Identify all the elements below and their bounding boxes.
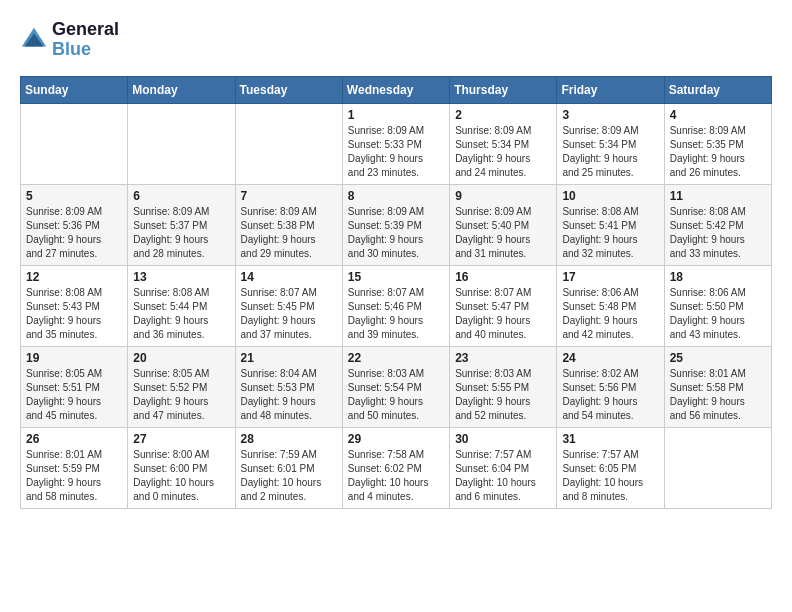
header-saturday: Saturday xyxy=(664,76,771,103)
day-info: Sunrise: 8:07 AM Sunset: 5:46 PM Dayligh… xyxy=(348,286,444,342)
logo-text: General Blue xyxy=(52,20,119,60)
day-info: Sunrise: 8:08 AM Sunset: 5:42 PM Dayligh… xyxy=(670,205,766,261)
day-info: Sunrise: 8:05 AM Sunset: 5:51 PM Dayligh… xyxy=(26,367,122,423)
day-number: 1 xyxy=(348,108,444,122)
day-info: Sunrise: 8:09 AM Sunset: 5:33 PM Dayligh… xyxy=(348,124,444,180)
day-number: 20 xyxy=(133,351,229,365)
day-info: Sunrise: 7:57 AM Sunset: 6:05 PM Dayligh… xyxy=(562,448,658,504)
calendar-header-row: Sunday Monday Tuesday Wednesday Thursday… xyxy=(21,76,772,103)
header-friday: Friday xyxy=(557,76,664,103)
day-info: Sunrise: 7:57 AM Sunset: 6:04 PM Dayligh… xyxy=(455,448,551,504)
calendar-cell: 25Sunrise: 8:01 AM Sunset: 5:58 PM Dayli… xyxy=(664,346,771,427)
calendar-cell: 22Sunrise: 8:03 AM Sunset: 5:54 PM Dayli… xyxy=(342,346,449,427)
calendar-cell xyxy=(21,103,128,184)
day-number: 12 xyxy=(26,270,122,284)
logo-icon xyxy=(20,26,48,54)
calendar-cell: 10Sunrise: 8:08 AM Sunset: 5:41 PM Dayli… xyxy=(557,184,664,265)
calendar-cell: 7Sunrise: 8:09 AM Sunset: 5:38 PM Daylig… xyxy=(235,184,342,265)
day-number: 28 xyxy=(241,432,337,446)
calendar-cell: 13Sunrise: 8:08 AM Sunset: 5:44 PM Dayli… xyxy=(128,265,235,346)
day-info: Sunrise: 8:06 AM Sunset: 5:50 PM Dayligh… xyxy=(670,286,766,342)
day-info: Sunrise: 8:05 AM Sunset: 5:52 PM Dayligh… xyxy=(133,367,229,423)
header-monday: Monday xyxy=(128,76,235,103)
calendar-week-3: 12Sunrise: 8:08 AM Sunset: 5:43 PM Dayli… xyxy=(21,265,772,346)
day-number: 25 xyxy=(670,351,766,365)
day-number: 13 xyxy=(133,270,229,284)
day-info: Sunrise: 8:07 AM Sunset: 5:45 PM Dayligh… xyxy=(241,286,337,342)
calendar-cell: 5Sunrise: 8:09 AM Sunset: 5:36 PM Daylig… xyxy=(21,184,128,265)
day-info: Sunrise: 8:09 AM Sunset: 5:39 PM Dayligh… xyxy=(348,205,444,261)
calendar-cell: 23Sunrise: 8:03 AM Sunset: 5:55 PM Dayli… xyxy=(450,346,557,427)
calendar-cell: 9Sunrise: 8:09 AM Sunset: 5:40 PM Daylig… xyxy=(450,184,557,265)
day-info: Sunrise: 8:09 AM Sunset: 5:36 PM Dayligh… xyxy=(26,205,122,261)
day-info: Sunrise: 7:58 AM Sunset: 6:02 PM Dayligh… xyxy=(348,448,444,504)
day-info: Sunrise: 8:09 AM Sunset: 5:40 PM Dayligh… xyxy=(455,205,551,261)
day-number: 10 xyxy=(562,189,658,203)
day-number: 29 xyxy=(348,432,444,446)
day-info: Sunrise: 8:08 AM Sunset: 5:44 PM Dayligh… xyxy=(133,286,229,342)
day-info: Sunrise: 8:02 AM Sunset: 5:56 PM Dayligh… xyxy=(562,367,658,423)
day-info: Sunrise: 8:08 AM Sunset: 5:41 PM Dayligh… xyxy=(562,205,658,261)
day-info: Sunrise: 8:09 AM Sunset: 5:38 PM Dayligh… xyxy=(241,205,337,261)
calendar-cell: 17Sunrise: 8:06 AM Sunset: 5:48 PM Dayli… xyxy=(557,265,664,346)
header-wednesday: Wednesday xyxy=(342,76,449,103)
day-number: 15 xyxy=(348,270,444,284)
calendar-cell: 19Sunrise: 8:05 AM Sunset: 5:51 PM Dayli… xyxy=(21,346,128,427)
day-info: Sunrise: 8:01 AM Sunset: 5:59 PM Dayligh… xyxy=(26,448,122,504)
day-number: 26 xyxy=(26,432,122,446)
calendar-cell: 3Sunrise: 8:09 AM Sunset: 5:34 PM Daylig… xyxy=(557,103,664,184)
day-number: 31 xyxy=(562,432,658,446)
calendar-cell: 16Sunrise: 8:07 AM Sunset: 5:47 PM Dayli… xyxy=(450,265,557,346)
calendar-cell: 12Sunrise: 8:08 AM Sunset: 5:43 PM Dayli… xyxy=(21,265,128,346)
calendar-cell: 15Sunrise: 8:07 AM Sunset: 5:46 PM Dayli… xyxy=(342,265,449,346)
day-info: Sunrise: 8:08 AM Sunset: 5:43 PM Dayligh… xyxy=(26,286,122,342)
day-number: 23 xyxy=(455,351,551,365)
calendar-cell: 30Sunrise: 7:57 AM Sunset: 6:04 PM Dayli… xyxy=(450,427,557,508)
day-number: 5 xyxy=(26,189,122,203)
calendar-cell: 18Sunrise: 8:06 AM Sunset: 5:50 PM Dayli… xyxy=(664,265,771,346)
page-header: General Blue xyxy=(20,20,772,60)
day-number: 21 xyxy=(241,351,337,365)
day-number: 27 xyxy=(133,432,229,446)
calendar-cell: 6Sunrise: 8:09 AM Sunset: 5:37 PM Daylig… xyxy=(128,184,235,265)
calendar-cell: 29Sunrise: 7:58 AM Sunset: 6:02 PM Dayli… xyxy=(342,427,449,508)
calendar-cell: 11Sunrise: 8:08 AM Sunset: 5:42 PM Dayli… xyxy=(664,184,771,265)
calendar-cell: 2Sunrise: 8:09 AM Sunset: 5:34 PM Daylig… xyxy=(450,103,557,184)
calendar-cell: 14Sunrise: 8:07 AM Sunset: 5:45 PM Dayli… xyxy=(235,265,342,346)
calendar-week-5: 26Sunrise: 8:01 AM Sunset: 5:59 PM Dayli… xyxy=(21,427,772,508)
day-number: 18 xyxy=(670,270,766,284)
day-number: 16 xyxy=(455,270,551,284)
day-info: Sunrise: 8:04 AM Sunset: 5:53 PM Dayligh… xyxy=(241,367,337,423)
day-number: 9 xyxy=(455,189,551,203)
day-number: 22 xyxy=(348,351,444,365)
calendar-cell: 8Sunrise: 8:09 AM Sunset: 5:39 PM Daylig… xyxy=(342,184,449,265)
day-info: Sunrise: 8:09 AM Sunset: 5:37 PM Dayligh… xyxy=(133,205,229,261)
header-sunday: Sunday xyxy=(21,76,128,103)
day-number: 2 xyxy=(455,108,551,122)
day-info: Sunrise: 8:00 AM Sunset: 6:00 PM Dayligh… xyxy=(133,448,229,504)
day-info: Sunrise: 8:01 AM Sunset: 5:58 PM Dayligh… xyxy=(670,367,766,423)
calendar-cell: 4Sunrise: 8:09 AM Sunset: 5:35 PM Daylig… xyxy=(664,103,771,184)
day-number: 7 xyxy=(241,189,337,203)
calendar-week-2: 5Sunrise: 8:09 AM Sunset: 5:36 PM Daylig… xyxy=(21,184,772,265)
day-info: Sunrise: 8:06 AM Sunset: 5:48 PM Dayligh… xyxy=(562,286,658,342)
day-number: 3 xyxy=(562,108,658,122)
logo: General Blue xyxy=(20,20,119,60)
day-number: 14 xyxy=(241,270,337,284)
day-number: 6 xyxy=(133,189,229,203)
day-info: Sunrise: 8:09 AM Sunset: 5:34 PM Dayligh… xyxy=(455,124,551,180)
day-number: 11 xyxy=(670,189,766,203)
day-number: 4 xyxy=(670,108,766,122)
calendar-table: Sunday Monday Tuesday Wednesday Thursday… xyxy=(20,76,772,509)
calendar-cell: 24Sunrise: 8:02 AM Sunset: 5:56 PM Dayli… xyxy=(557,346,664,427)
day-number: 24 xyxy=(562,351,658,365)
calendar-cell: 31Sunrise: 7:57 AM Sunset: 6:05 PM Dayli… xyxy=(557,427,664,508)
calendar-cell: 20Sunrise: 8:05 AM Sunset: 5:52 PM Dayli… xyxy=(128,346,235,427)
header-thursday: Thursday xyxy=(450,76,557,103)
day-number: 30 xyxy=(455,432,551,446)
calendar-cell: 27Sunrise: 8:00 AM Sunset: 6:00 PM Dayli… xyxy=(128,427,235,508)
header-tuesday: Tuesday xyxy=(235,76,342,103)
calendar-week-1: 1Sunrise: 8:09 AM Sunset: 5:33 PM Daylig… xyxy=(21,103,772,184)
calendar-week-4: 19Sunrise: 8:05 AM Sunset: 5:51 PM Dayli… xyxy=(21,346,772,427)
calendar-cell: 21Sunrise: 8:04 AM Sunset: 5:53 PM Dayli… xyxy=(235,346,342,427)
